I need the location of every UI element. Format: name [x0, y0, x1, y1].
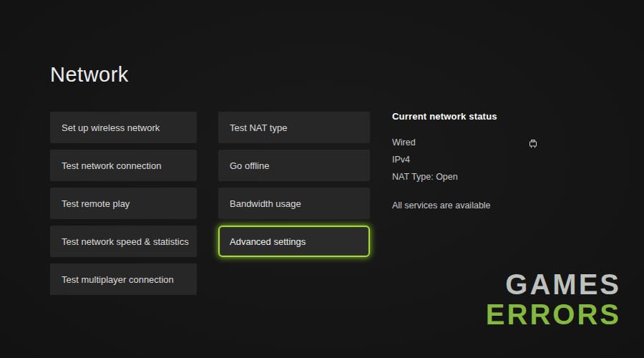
connection-type-value: Wired [392, 137, 416, 147]
status-heading: Current network status [392, 111, 546, 122]
button-test-nat-type[interactable]: Test NAT type [218, 112, 370, 143]
button-test-multiplayer-connection[interactable]: Test multiplayer connection [50, 263, 197, 295]
button-test-remote-play[interactable]: Test remote play [50, 188, 197, 219]
menu-column-middle: Test NAT type Go offline Bandwidth usage… [218, 112, 370, 263]
button-label: Bandwidth usage [230, 198, 301, 209]
button-label: Go offline [230, 160, 269, 171]
button-label: Advanced settings [230, 236, 306, 247]
button-go-offline[interactable]: Go offline [218, 150, 370, 181]
status-ip-row: IPv4 [392, 151, 546, 168]
menu-column-left: Set up wireless network Test network con… [50, 112, 197, 301]
button-advanced-settings[interactable]: Advanced settings [218, 226, 370, 257]
button-label: Test network connection [62, 160, 161, 171]
button-bandwidth-usage[interactable]: Bandwidth usage [218, 188, 370, 219]
services-status-text: All services are available [392, 197, 546, 214]
watermark-line-errors: ERRORS [486, 299, 621, 329]
page-title: Network [50, 63, 129, 87]
watermark-line-games: GAMES [486, 269, 621, 299]
button-test-network-speed-statistics[interactable]: Test network speed & statistics [50, 226, 197, 257]
nat-type-value: NAT Type: Open [392, 172, 458, 182]
button-set-up-wireless-network[interactable]: Set up wireless network [50, 112, 197, 143]
network-status-panel: Current network status Wired IPv4 NAT Ty… [392, 111, 546, 214]
button-label: Set up wireless network [62, 122, 160, 133]
button-label: Test multiplayer connection [62, 274, 174, 285]
button-test-network-connection[interactable]: Test network connection [50, 150, 197, 181]
ip-version-value: IPv4 [392, 155, 410, 165]
button-label: Test network speed & statistics [62, 236, 189, 247]
status-connection-row: Wired [392, 134, 546, 151]
button-label: Test NAT type [230, 122, 287, 133]
watermark-logo: GAMES ERRORS [486, 269, 621, 329]
button-label: Test remote play [62, 198, 130, 209]
status-nat-row: NAT Type: Open [392, 168, 546, 185]
